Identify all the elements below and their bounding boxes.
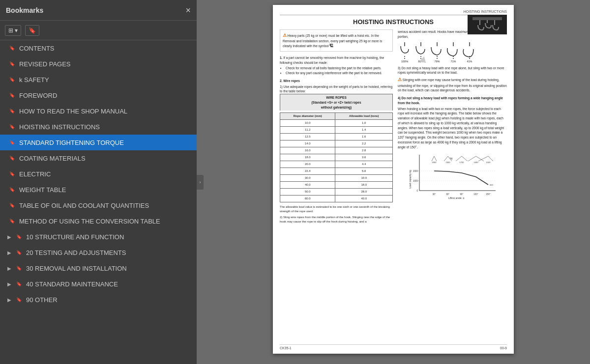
bookmark-item-hoisting[interactable]: 🔖HOISTING INSTRUCTIONS — [0, 119, 197, 135]
page-container: HOISTING INSTRUCTIONS HOISTING INSTRUCTI… — [273, 5, 514, 354]
page-header: HOISTING INSTRUCTIONS — [280, 10, 507, 15]
svg-rect-0 — [472, 17, 502, 20]
section3-warning-icon: ⚠ — [398, 77, 402, 82]
bookmark-label-contents: CONTENTS — [19, 45, 55, 52]
symbol-icon: 🏗 — [329, 44, 333, 48]
section3-warning: Slinging with one rope may cause turning… — [398, 78, 507, 92]
table-row: 50.028.0 — [280, 189, 393, 196]
bookmark-label-testing: 20 TESTING AND ADJUSTMENTS — [26, 249, 126, 256]
panel-toggle-button[interactable]: › — [197, 175, 204, 190]
section1-bullet1: Check for removal of all bolts fastening… — [286, 66, 393, 71]
bookmark-list: 🔖CONTENTS🔖REVISED PAGES🔖k SAFETY🔖FOREWOR… — [0, 40, 197, 364]
bookmark-label-maintenance: 40 STANDARD MAINTENANCE — [26, 280, 118, 288]
bookmark-item-oil-coolant[interactable]: 🔖TABLE OF OIL AND COOLANT QUANTITIES — [0, 197, 197, 213]
load-chart-svg: Load capacity kg 0 1000 2000 — [407, 152, 498, 199]
section4-heading: 4) Do not sling a heavy load with ropes … — [398, 96, 507, 106]
sidebar: Bookmarks × ⊞ ▾ 🔖 🔖CONTENTS🔖REVISED PAGE… — [0, 0, 197, 364]
svg-text:1500: 1500 — [486, 161, 491, 164]
svg-line-31 — [456, 156, 462, 161]
bookmark-label-electric: ELECTRIC — [19, 170, 51, 178]
bookmark-label-how-to-read: HOW TO READ THE SHOP MANUAL — [19, 108, 127, 115]
svg-text:30°: 30° — [432, 193, 436, 196]
bookmark-item-structure[interactable]: ▶🔖10 STRUCTURE AND FUNCTION — [0, 229, 197, 245]
section2-sub2: 2) Sling wire ropes from the middle port… — [280, 215, 393, 224]
bookmark-label-revised-pages: REVISED PAGES — [19, 60, 71, 68]
bookmark-item-foreword[interactable]: 🔖FOREWORD — [0, 87, 197, 103]
section-4: 4) Do not sling a heavy load with ropes … — [398, 96, 507, 149]
sidebar-title: Bookmarks — [6, 6, 43, 14]
grid-dropdown-icon: ▾ — [15, 27, 18, 34]
table-row: 60.040.0 — [280, 196, 393, 202]
expander-icon-other[interactable]: ▶ — [5, 297, 13, 303]
bookmark-label-weight-table: WEIGHT TABLE — [19, 186, 66, 194]
table-row: 20.04.4 — [280, 161, 393, 168]
bookmark-page-icon-how-to-read: 🔖 — [8, 109, 15, 113]
svg-text:600: 600 — [490, 184, 493, 186]
bookmark-item-k-safety[interactable]: 🔖k SAFETY — [0, 72, 197, 87]
header-image — [468, 15, 507, 34]
bookmark-item-coating[interactable]: 🔖COATING MATERIALS — [0, 150, 197, 166]
bookmark-page-icon-hoisting: 🔖 — [8, 124, 15, 129]
bookmark-item-removal[interactable]: ▶🔖30 REMOVAL AND INSTALLATION — [0, 260, 197, 276]
table-row: 11.21.4 — [280, 127, 393, 134]
bookmark-label-oil-coolant: TABLE OF OIL AND COOLANT QUANTITIES — [19, 202, 149, 209]
hook-figure-5: 41% — [463, 42, 476, 63]
bookmark-page-icon-k-safety: 🔖 — [8, 77, 15, 82]
section1-text: If a part cannot be smoothly removed fro… — [280, 56, 384, 64]
svg-text:0: 0 — [416, 190, 418, 192]
bookmark-item-conversion[interactable]: 🔖METHOD OF USING THE CONVERSION TABLE — [0, 213, 197, 229]
grid-view-button[interactable]: ⊞ ▾ — [5, 25, 21, 36]
bookmark-item-weight-table[interactable]: 🔖WEIGHT TABLE — [0, 182, 197, 197]
sidebar-toolbar: ⊞ ▾ 🔖 — [0, 21, 197, 40]
bookmark-label-other: 90 OTHER — [26, 296, 58, 304]
svg-line-32 — [462, 156, 468, 161]
left-column: ⚠ Heavy parts (25 kg or more) must be li… — [280, 29, 393, 226]
bookmark-label-hoisting: HOISTING INSTRUCTIONS — [19, 123, 100, 131]
hook-figure-2: 88% — [414, 42, 428, 63]
bookmark-label-conversion: METHOD OF USING THE CONVERSION TABLE — [19, 218, 160, 225]
bookmark-item-contents[interactable]: 🔖CONTENTS — [0, 40, 197, 56]
bookmark-label-standard-tightening: STANDARD TIGHTENING TORQUE — [19, 139, 124, 146]
hook-figures: 100% 88% — [398, 42, 507, 63]
bookmark-item-standard-tightening[interactable]: 🔖STANDARD TIGHTENING TORQUE — [0, 135, 197, 150]
svg-text:2000: 2000 — [432, 161, 437, 164]
expander-icon-maintenance[interactable]: ▶ — [5, 281, 13, 287]
allowable-note: The allowable load value is estimated to… — [280, 205, 393, 213]
bookmark-label-coating: COATING MATERIALS — [19, 155, 86, 162]
bookmark-item-electric[interactable]: 🔖ELECTRIC — [0, 166, 197, 182]
footer-left: CK35-1 — [280, 346, 292, 350]
svg-text:1000: 1000 — [413, 180, 418, 182]
bookmark-page-icon-coating: 🔖 — [8, 156, 15, 161]
hook-pct-1: 100% — [398, 60, 412, 63]
section-3: 3) Do not sling a heavy load with one ro… — [398, 66, 507, 93]
bookmark-item-testing[interactable]: ▶🔖20 TESTING AND ADJUSTMENTS — [0, 245, 197, 260]
svg-text:60°: 60° — [446, 193, 449, 196]
bookmark-icon: 🔖 — [29, 27, 36, 34]
bookmark-item-maintenance[interactable]: ▶🔖40 STANDARD MAINTENANCE — [0, 276, 197, 292]
svg-text:150°: 150° — [486, 193, 491, 196]
bookmark-item-how-to-read[interactable]: 🔖HOW TO READ THE SHOP MANUAL — [0, 103, 197, 119]
table-row: 12.51.6 — [280, 134, 393, 140]
bookmark-item-revised-pages[interactable]: 🔖REVISED PAGES — [0, 56, 197, 72]
close-button[interactable]: × — [185, 6, 191, 15]
warning-box: ⚠ Heavy parts (25 kg or more) must be li… — [280, 29, 393, 52]
section2-heading: 2. Wire ropes — [280, 79, 393, 84]
document-panel: › HOISTING INSTRUCTIONS — [197, 0, 590, 364]
section-2: 2. Wire ropes 1) Use adequate ropes depe… — [280, 79, 393, 224]
svg-text:1900: 1900 — [445, 161, 450, 164]
bookmark-item-other[interactable]: ▶🔖90 OTHER — [0, 292, 197, 308]
bookmark-icon-button[interactable]: 🔖 — [25, 25, 39, 36]
bookmark-page-icon-removal: 🔖 — [15, 266, 22, 271]
wire-ropes-table: Rope diameter (mm) Allowable load (tons)… — [280, 112, 393, 202]
hook-pct-4: 71% — [446, 60, 460, 63]
section-1: 1. If a part cannot be smoothly removed … — [280, 56, 393, 76]
hook-figure-1: 100% — [398, 42, 412, 63]
expander-icon-structure[interactable]: ▶ — [5, 234, 13, 240]
expander-icon-removal[interactable]: ▶ — [5, 266, 13, 271]
bookmark-page-icon-contents: 🔖 — [8, 46, 15, 51]
expander-icon-testing[interactable]: ▶ — [5, 250, 13, 255]
bookmark-page-icon-oil-coolant: 🔖 — [8, 203, 15, 208]
section2-sub: 1) Use adequate ropes depending on the w… — [280, 84, 393, 94]
table-row: 18.03.6 — [280, 154, 393, 161]
section3-heading: 3) Do not sling a heavy load with one ro… — [398, 66, 507, 76]
